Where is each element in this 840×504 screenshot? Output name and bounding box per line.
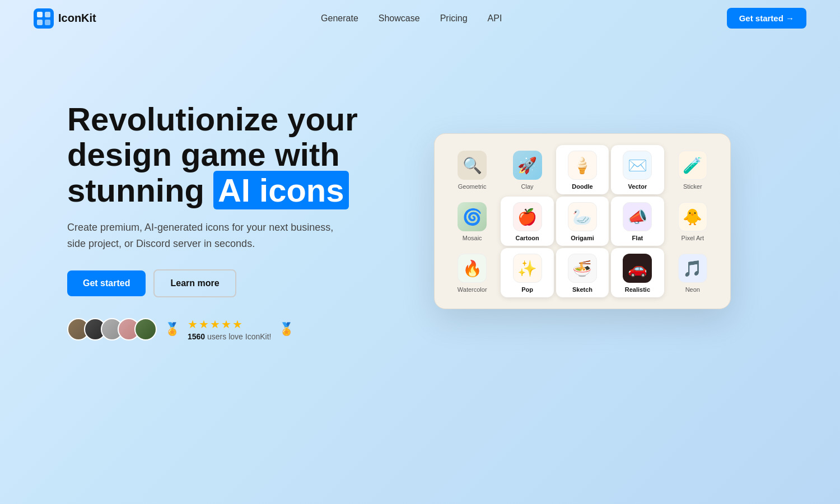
avatars <box>67 318 157 340</box>
social-proof: 🏅 ★★★★★ 1560 users love IconKit! 🏅 <box>67 318 358 341</box>
hero-get-started-button[interactable]: Get started <box>67 270 146 296</box>
icon-label-cartoon: Cartoon <box>516 235 539 241</box>
svg-rect-1 <box>37 12 43 17</box>
icon-label-geometric: Geometric <box>458 183 487 190</box>
nav-pricing[interactable]: Pricing <box>440 13 468 24</box>
svg-rect-4 <box>45 20 50 25</box>
hero-section: Revolutionize your design game with stun… <box>0 36 840 372</box>
icon-sticker: 🧪 <box>678 151 707 180</box>
icon-cell-geometric[interactable]: 🔍 Geometric <box>446 145 498 194</box>
svg-rect-3 <box>37 20 43 25</box>
icon-cell-flat[interactable]: 📣 Flat <box>611 197 664 246</box>
icon-cell-clay[interactable]: 🚀 Clay <box>501 145 553 194</box>
icon-label-realistic: Realistic <box>625 286 650 293</box>
avatar <box>134 318 157 340</box>
icon-doodle: 🍦 <box>568 151 597 180</box>
icon-label-doodle: Doodle <box>572 183 592 190</box>
star-review-block: ★★★★★ 1560 users love IconKit! <box>188 318 271 341</box>
icon-label-sticker: Sticker <box>683 183 702 190</box>
icon-cartoon: 🍎 <box>513 202 542 231</box>
icon-cell-mosaic[interactable]: 🌀 Mosaic <box>446 197 498 246</box>
logo-icon <box>34 8 54 29</box>
icon-label-mosaic: Mosaic <box>463 235 482 241</box>
header-get-started-button[interactable]: Get started → <box>727 8 806 29</box>
icon-watercolor: 🔥 <box>458 254 487 283</box>
main-nav: Generate Showcase Pricing API <box>321 13 502 24</box>
icon-cell-doodle[interactable]: 🍦 Doodle <box>556 145 609 194</box>
icon-flat: 📣 <box>623 202 652 231</box>
showcase-card: 🔍 Geometric 🚀 Clay 🍦 Doodle ✉️ Vector 🧪 <box>434 133 731 309</box>
svg-rect-0 <box>34 8 54 29</box>
icon-label-origami: Origami <box>571 235 594 241</box>
nav-showcase[interactable]: Showcase <box>379 13 420 24</box>
review-count: 1560 <box>188 332 205 341</box>
icon-cell-sticker[interactable]: 🧪 Sticker <box>666 145 719 194</box>
icon-cell-sketch[interactable]: 🍜 Sketch <box>556 248 609 297</box>
hero-buttons: Get started Learn more <box>67 269 358 297</box>
icon-label-flat: Flat <box>632 235 643 241</box>
icon-pixelart: 🐥 <box>678 202 707 231</box>
icon-cell-pop[interactable]: ✨ Pop <box>501 248 553 297</box>
hero-learn-more-button[interactable]: Learn more <box>153 269 236 297</box>
icon-vector: ✉️ <box>623 151 652 180</box>
review-label: users love IconKit! <box>205 332 271 341</box>
icon-label-vector: Vector <box>628 183 647 190</box>
nav-generate[interactable]: Generate <box>321 13 358 24</box>
icon-cell-watercolor[interactable]: 🔥 Watercolor <box>446 248 498 297</box>
icon-label-pop: Pop <box>521 286 533 293</box>
hero-right: 🔍 Geometric 🚀 Clay 🍦 Doodle ✉️ Vector 🧪 <box>392 133 773 309</box>
hero-left: Revolutionize your design game with stun… <box>67 101 358 342</box>
svg-rect-2 <box>45 12 50 17</box>
icon-cell-realistic[interactable]: 🚗 Realistic <box>611 248 664 297</box>
icon-label-neon: Neon <box>685 286 700 293</box>
icon-cell-vector[interactable]: ✉️ Vector <box>611 145 664 194</box>
stars: ★★★★★ <box>188 318 271 331</box>
icon-label-sketch: Sketch <box>572 286 592 293</box>
icon-label-clay: Clay <box>521 183 534 190</box>
icon-label-pixelart: Pixel Art <box>682 235 704 241</box>
icon-cell-neon[interactable]: 🎵 Neon <box>666 248 719 297</box>
icon-geometric: 🔍 <box>458 151 487 180</box>
laurel-left-icon: 🏅 <box>165 322 180 337</box>
logo[interactable]: IconKit <box>34 8 96 29</box>
icon-neon: 🎵 <box>678 254 707 283</box>
icon-clay: 🚀 <box>513 151 542 180</box>
icon-mosaic: 🌀 <box>458 202 487 231</box>
icon-cell-pixelart[interactable]: 🐥 Pixel Art <box>666 197 719 246</box>
logo-text: IconKit <box>58 12 96 25</box>
hero-title: Revolutionize your design game with stun… <box>67 101 358 208</box>
review-text: 1560 users love IconKit! <box>188 332 271 341</box>
icon-sketch: 🍜 <box>568 254 597 283</box>
nav-api[interactable]: API <box>488 13 502 24</box>
hero-title-highlight: AI icons <box>213 171 349 209</box>
icon-cell-origami[interactable]: 🦢 Origami <box>556 197 609 246</box>
icon-realistic: 🚗 <box>623 254 652 283</box>
icon-cell-cartoon[interactable]: 🍎 Cartoon <box>501 197 553 246</box>
hero-subtitle: Create premium, AI-generated icons for y… <box>67 220 336 252</box>
icon-origami: 🦢 <box>568 202 597 231</box>
icon-pop: ✨ <box>513 254 542 283</box>
icon-grid: 🔍 Geometric 🚀 Clay 🍦 Doodle ✉️ Vector 🧪 <box>446 145 719 297</box>
icon-label-watercolor: Watercolor <box>458 286 487 293</box>
laurel-right-icon: 🏅 <box>279 322 294 337</box>
